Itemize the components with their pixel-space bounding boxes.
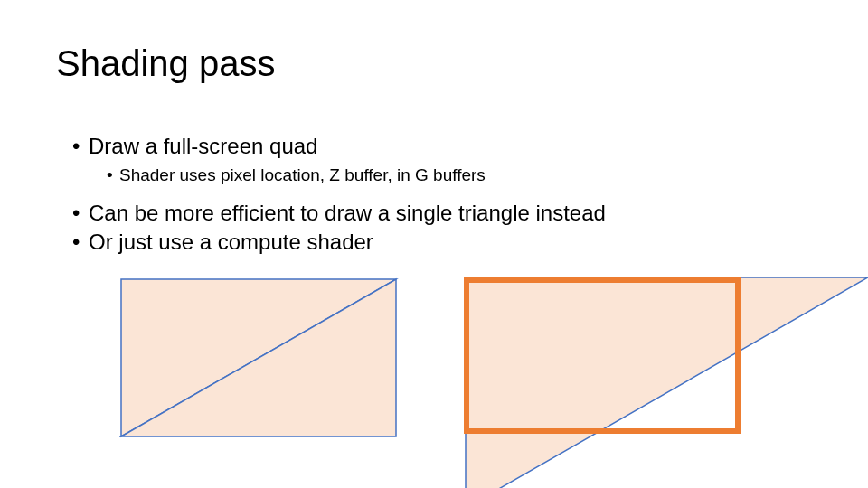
bullet-text: Draw a full-screen quad	[89, 134, 317, 158]
bullet-level1: •Can be more efficient to draw a single …	[72, 201, 606, 226]
triangle-diagram	[457, 277, 868, 467]
bullet-level1: •Or just use a compute shader	[72, 230, 373, 255]
slide-title: Shading pass	[56, 43, 275, 84]
bullet-text: Can be more efficient to draw a single t…	[89, 201, 606, 225]
quad-diagram	[119, 277, 400, 440]
figures	[0, 277, 868, 467]
bullet-text: Shader uses pixel location, Z buffer, in…	[119, 165, 486, 184]
svg-marker-2	[466, 277, 868, 488]
bullet-text: Or just use a compute shader	[89, 230, 373, 254]
bullet-level1: •Draw a full-screen quad	[72, 134, 317, 159]
slide: Shading pass •Draw a full-screen quad •S…	[0, 0, 868, 488]
bullet-level2: •Shader uses pixel location, Z buffer, i…	[107, 165, 486, 185]
